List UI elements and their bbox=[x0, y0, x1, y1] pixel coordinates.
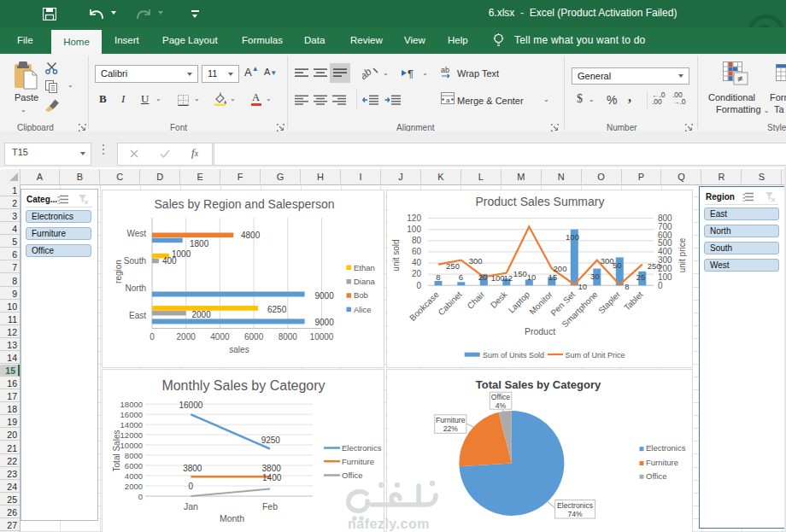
svg-text:40: 40 bbox=[412, 258, 422, 267]
svg-text:2000: 2000 bbox=[125, 482, 143, 491]
svg-text:9000: 9000 bbox=[315, 318, 335, 327]
svg-text:Electronics: Electronics bbox=[557, 501, 593, 510]
svg-text:0: 0 bbox=[416, 281, 421, 290]
svg-text:Bob: Bob bbox=[354, 290, 368, 300]
svg-text:150: 150 bbox=[513, 269, 527, 278]
svg-text:Month: Month bbox=[220, 513, 244, 523]
svg-text:250: 250 bbox=[648, 261, 661, 271]
svg-text:3800: 3800 bbox=[262, 464, 282, 473]
svg-text:2000: 2000 bbox=[192, 310, 212, 319]
svg-text:nafezly.com: nafezly.com bbox=[348, 517, 430, 531]
svg-text:Feb: Feb bbox=[262, 501, 278, 512]
svg-text:4800: 4800 bbox=[241, 231, 261, 240]
svg-text:250: 250 bbox=[446, 261, 460, 271]
svg-text:Furniture: Furniture bbox=[646, 458, 678, 467]
svg-text:4000: 4000 bbox=[210, 332, 230, 342]
svg-text:14000: 14000 bbox=[120, 420, 143, 430]
svg-text:Alice: Alice bbox=[354, 305, 372, 314]
svg-text:120: 120 bbox=[407, 213, 421, 223]
svg-text:12000: 12000 bbox=[120, 430, 143, 440]
svg-text:Total Sales: Total Sales bbox=[112, 430, 121, 472]
svg-text:Sum of Units Sold: Sum of Units Sold bbox=[483, 351, 544, 360]
svg-text:Product: Product bbox=[525, 326, 555, 336]
svg-text:1400: 1400 bbox=[262, 473, 282, 482]
svg-text:100: 100 bbox=[566, 232, 579, 242]
svg-text:Furniture: Furniture bbox=[342, 457, 374, 466]
svg-text:8: 8 bbox=[436, 272, 440, 282]
svg-text:12: 12 bbox=[504, 273, 513, 283]
svg-text:Diana: Diana bbox=[354, 277, 376, 286]
svg-text:16000: 16000 bbox=[179, 400, 202, 410]
svg-text:20: 20 bbox=[412, 269, 422, 278]
svg-text:Sales by Region and Salesperso: Sales by Region and Salesperson bbox=[155, 197, 335, 211]
svg-text:Furniture: Furniture bbox=[436, 416, 466, 424]
svg-text:22%: 22% bbox=[443, 424, 459, 433]
svg-text:9000: 9000 bbox=[315, 291, 335, 301]
svg-text:Office: Office bbox=[646, 471, 667, 481]
svg-text:6250: 6250 bbox=[267, 305, 287, 314]
svg-text:Ethan: Ethan bbox=[354, 263, 375, 272]
svg-text:Bookcase: Bookcase bbox=[408, 289, 441, 323]
svg-text:25: 25 bbox=[636, 272, 646, 282]
svg-text:6: 6 bbox=[459, 272, 463, 282]
svg-text:Jan: Jan bbox=[184, 501, 198, 512]
svg-text:200: 200 bbox=[554, 264, 567, 273]
svg-text:Product Sales Summary: Product Sales Summary bbox=[476, 195, 605, 208]
svg-text:2000: 2000 bbox=[177, 332, 196, 342]
svg-text:Electronics: Electronics bbox=[646, 443, 686, 453]
svg-text:sales: sales bbox=[229, 345, 249, 354]
svg-text:Desk: Desk bbox=[489, 289, 510, 310]
svg-text:20: 20 bbox=[478, 272, 488, 282]
svg-text:10: 10 bbox=[527, 272, 537, 282]
svg-text:¶: ¶ bbox=[408, 67, 414, 79]
svg-text:60: 60 bbox=[412, 247, 422, 256]
svg-text:Cabinet: Cabinet bbox=[437, 289, 464, 317]
svg-text:0: 0 bbox=[138, 492, 143, 501]
svg-text:16000: 16000 bbox=[120, 410, 143, 419]
svg-text:0: 0 bbox=[150, 332, 155, 342]
svg-text:Total Sales by Category: Total Sales by Category bbox=[476, 378, 601, 391]
svg-text:unit sold: unit sold bbox=[391, 239, 401, 271]
svg-text:ab: ab bbox=[362, 66, 374, 79]
svg-text:18000: 18000 bbox=[120, 400, 143, 409]
svg-text:10000: 10000 bbox=[120, 441, 143, 450]
svg-text:6000: 6000 bbox=[244, 332, 264, 342]
svg-text:74%: 74% bbox=[567, 510, 583, 518]
svg-text:ab: ab bbox=[441, 66, 449, 74]
svg-text:unit price: unit price bbox=[677, 237, 687, 272]
svg-text:0: 0 bbox=[189, 482, 194, 491]
svg-text:9250: 9250 bbox=[261, 436, 281, 445]
svg-text:Office: Office bbox=[491, 393, 511, 401]
svg-text:30: 30 bbox=[590, 272, 600, 281]
svg-text:Monthly Sales by Category: Monthly Sales by Category bbox=[161, 378, 325, 393]
svg-text:1800: 1800 bbox=[190, 239, 209, 248]
svg-text:a: a bbox=[446, 96, 450, 104]
svg-text:North: North bbox=[126, 284, 146, 293]
svg-text:300: 300 bbox=[469, 256, 483, 266]
svg-text:50: 50 bbox=[613, 260, 622, 270]
svg-text:South: South bbox=[124, 256, 146, 266]
svg-text:≠: ≠ bbox=[737, 73, 742, 84]
svg-text:Sum of Unit Price: Sum of Unit Price bbox=[566, 351, 625, 360]
svg-text:3800: 3800 bbox=[183, 464, 202, 473]
svg-text:80: 80 bbox=[412, 236, 422, 245]
svg-text:Tablet: Tablet bbox=[622, 289, 645, 313]
svg-text:0: 0 bbox=[658, 281, 663, 290]
svg-text:400: 400 bbox=[162, 256, 177, 266]
svg-text:8000: 8000 bbox=[125, 451, 143, 460]
svg-text:6000: 6000 bbox=[125, 461, 143, 471]
svg-text:Chair: Chair bbox=[466, 289, 487, 311]
svg-text:100: 100 bbox=[407, 225, 421, 234]
svg-text:10000: 10000 bbox=[310, 332, 334, 342]
svg-text:15: 15 bbox=[548, 272, 558, 282]
svg-text:West: West bbox=[126, 229, 146, 238]
svg-text:8000: 8000 bbox=[279, 332, 298, 342]
svg-text:8: 8 bbox=[625, 282, 629, 291]
svg-text:region: region bbox=[114, 260, 123, 284]
svg-text:4%: 4% bbox=[496, 401, 507, 410]
svg-text:Electronics: Electronics bbox=[342, 443, 382, 453]
svg-text:Stapler: Stapler bbox=[596, 289, 623, 316]
svg-text:10: 10 bbox=[578, 282, 587, 291]
svg-text:East: East bbox=[129, 311, 146, 320]
svg-text:100: 100 bbox=[491, 273, 505, 283]
